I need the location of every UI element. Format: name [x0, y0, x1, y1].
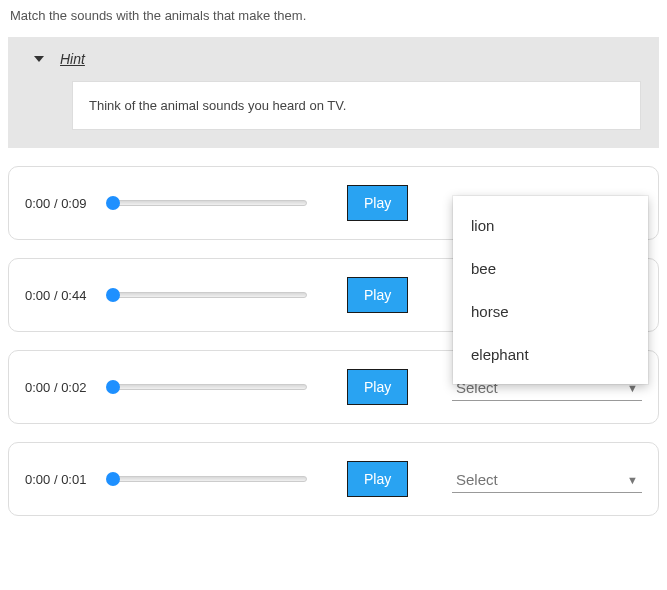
audio-player: 0:00 / 0:01 — [25, 472, 307, 487]
play-button[interactable]: Play — [347, 369, 408, 405]
sound-row: 0:00 / 0:01 Play Select ▼ — [8, 442, 659, 516]
audio-thumb[interactable] — [106, 196, 120, 210]
audio-player: 0:00 / 0:02 — [25, 380, 307, 395]
hint-content: Think of the animal sounds you heard on … — [72, 81, 641, 130]
select-value: Select — [456, 471, 498, 488]
audio-thumb[interactable] — [106, 288, 120, 302]
dropdown-option-elephant[interactable]: elephant — [453, 333, 648, 376]
instruction-text: Match the sounds with the animals that m… — [8, 8, 659, 23]
audio-seek[interactable] — [107, 476, 307, 482]
audio-player: 0:00 / 0:09 — [25, 196, 307, 211]
hint-box: Hint Think of the animal sounds you hear… — [8, 37, 659, 148]
audio-time: 0:00 / 0:44 — [25, 288, 97, 303]
audio-seek[interactable] — [107, 384, 307, 390]
audio-time: 0:00 / 0:01 — [25, 472, 97, 487]
play-button[interactable]: Play — [347, 277, 408, 313]
chevron-down-icon — [34, 56, 44, 62]
audio-thumb[interactable] — [106, 472, 120, 486]
answer-select[interactable]: Select ▼ — [452, 465, 642, 493]
play-button[interactable]: Play — [347, 185, 408, 221]
chevron-down-icon: ▼ — [627, 474, 638, 486]
dropdown-option-lion[interactable]: lion — [453, 204, 648, 247]
play-button[interactable]: Play — [347, 461, 408, 497]
dropdown-option-bee[interactable]: bee — [453, 247, 648, 290]
audio-player: 0:00 / 0:44 — [25, 288, 307, 303]
answer-dropdown: lion bee horse elephant — [453, 196, 648, 384]
audio-thumb[interactable] — [106, 380, 120, 394]
hint-label: Hint — [60, 51, 85, 67]
audio-seek[interactable] — [107, 200, 307, 206]
hint-toggle[interactable]: Hint — [26, 51, 641, 67]
audio-seek[interactable] — [107, 292, 307, 298]
dropdown-option-horse[interactable]: horse — [453, 290, 648, 333]
audio-time: 0:00 / 0:09 — [25, 196, 97, 211]
audio-time: 0:00 / 0:02 — [25, 380, 97, 395]
